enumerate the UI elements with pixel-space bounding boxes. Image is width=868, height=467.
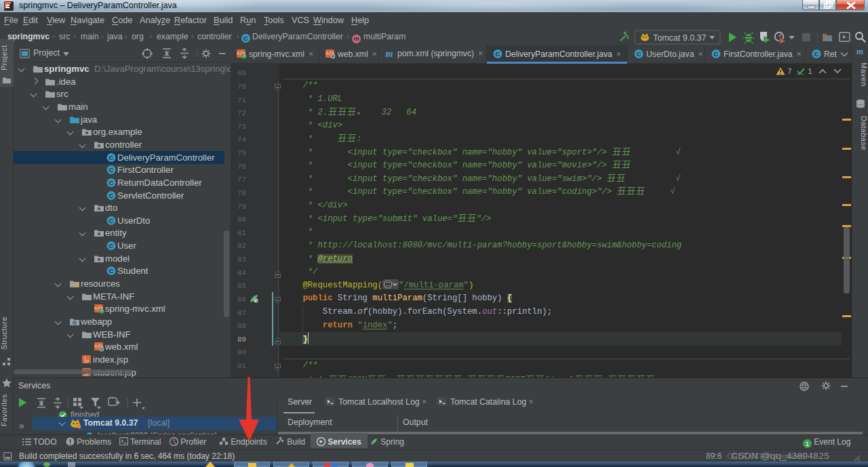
svg-text:C: C [109, 154, 114, 161]
svg-text:C: C [109, 179, 114, 186]
svg-text:C: C [109, 242, 114, 249]
svg-text:C: C [714, 50, 719, 58]
svg-text:Tomcat 9.0.37: Tomcat 9.0.37 [653, 33, 707, 43]
svg-text:m: m [386, 49, 393, 58]
svg-text:C: C [109, 217, 114, 224]
svg-text:C: C [109, 267, 114, 275]
svg-text:C: C [109, 192, 114, 199]
svg-text:C: C [814, 50, 819, 58]
svg-text:C: C [109, 166, 114, 174]
svg-text:C: C [637, 50, 642, 58]
svg-text:C: C [496, 50, 500, 58]
svg-text:JSP: JSP [83, 359, 89, 363]
